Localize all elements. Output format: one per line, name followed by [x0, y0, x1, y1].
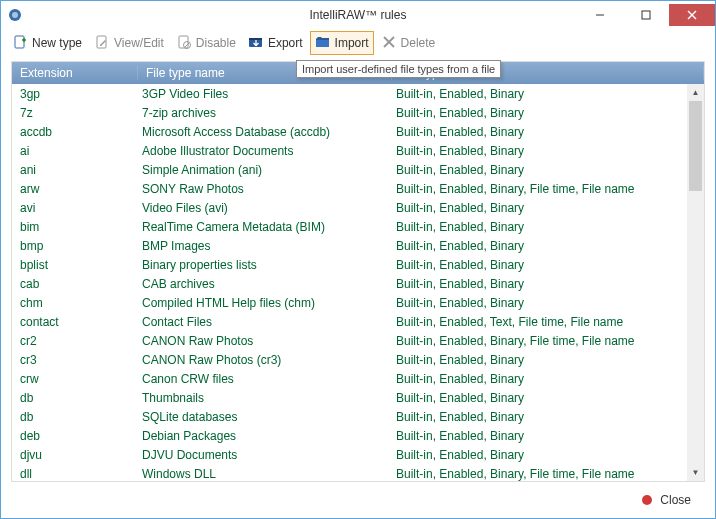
cell-extension: ai	[12, 144, 138, 158]
cell-extension: djvu	[12, 448, 138, 462]
view-edit-icon	[94, 34, 110, 53]
toolbar: New type View/Edit Disable Export Import	[1, 29, 715, 57]
svg-rect-13	[316, 40, 329, 47]
table-row[interactable]: bplistBinary properties listsBuilt-in, E…	[12, 255, 704, 274]
maximize-button[interactable]	[623, 4, 669, 26]
import-icon	[315, 34, 331, 53]
cell-features: Built-in, Enabled, Text, File time, File…	[392, 315, 704, 329]
table-row[interactable]: chmCompiled HTML Help files (chm)Built-i…	[12, 293, 704, 312]
svg-rect-3	[642, 11, 650, 19]
cell-features: Built-in, Enabled, Binary	[392, 296, 704, 310]
cell-name: Debian Packages	[138, 429, 392, 443]
cell-features: Built-in, Enabled, Binary, File time, Fi…	[392, 467, 704, 481]
import-label: Import	[335, 36, 369, 50]
column-header-extension[interactable]: Extension	[12, 66, 138, 80]
scroll-up-button[interactable]: ▲	[687, 84, 704, 101]
cell-name: RealTime Camera Metadata (BIM)	[138, 220, 392, 234]
scroll-thumb[interactable]	[689, 101, 702, 191]
delete-label: Delete	[401, 36, 436, 50]
table-row[interactable]: aviVideo Files (avi)Built-in, Enabled, B…	[12, 198, 704, 217]
cell-extension: db	[12, 410, 138, 424]
new-type-icon	[12, 34, 28, 53]
window: IntelliRAW™ rules New type View/Edit	[0, 0, 716, 519]
table-row[interactable]: bimRealTime Camera Metadata (BIM)Built-i…	[12, 217, 704, 236]
cell-extension: cr2	[12, 334, 138, 348]
svg-rect-12	[249, 38, 262, 40]
table-row[interactable]: djvuDJVU DocumentsBuilt-in, Enabled, Bin…	[12, 445, 704, 464]
table-row[interactable]: dbThumbnailsBuilt-in, Enabled, Binary	[12, 388, 704, 407]
table-row[interactable]: cr2CANON Raw PhotosBuilt-in, Enabled, Bi…	[12, 331, 704, 350]
cell-features: Built-in, Enabled, Binary	[392, 163, 704, 177]
content-area: Extension File type name File type featu…	[1, 57, 715, 518]
cell-features: Built-in, Enabled, Binary	[392, 201, 704, 215]
table-row[interactable]: crwCanon CRW filesBuilt-in, Enabled, Bin…	[12, 369, 704, 388]
cell-features: Built-in, Enabled, Binary	[392, 106, 704, 120]
svg-rect-6	[15, 36, 24, 48]
table-row[interactable]: arwSONY Raw PhotosBuilt-in, Enabled, Bin…	[12, 179, 704, 198]
import-button[interactable]: Import	[310, 31, 374, 55]
table-row[interactable]: bmpBMP ImagesBuilt-in, Enabled, Binary	[12, 236, 704, 255]
new-type-button[interactable]: New type	[7, 31, 87, 55]
table-row[interactable]: aniSimple Animation (ani)Built-in, Enabl…	[12, 160, 704, 179]
cell-features: Built-in, Enabled, Binary	[392, 353, 704, 367]
cell-features: Built-in, Enabled, Binary, File time, Fi…	[392, 334, 704, 348]
table-row[interactable]: 7z7-zip archivesBuilt-in, Enabled, Binar…	[12, 103, 704, 122]
table-row[interactable]: contactContact FilesBuilt-in, Enabled, T…	[12, 312, 704, 331]
scroll-track[interactable]	[687, 101, 704, 464]
app-icon	[7, 7, 23, 23]
cell-features: Built-in, Enabled, Binary	[392, 391, 704, 405]
disable-icon	[176, 34, 192, 53]
cell-name: CANON Raw Photos	[138, 334, 392, 348]
disable-button[interactable]: Disable	[171, 31, 241, 55]
cell-features: Built-in, Enabled, Binary	[392, 277, 704, 291]
cell-name: Video Files (avi)	[138, 201, 392, 215]
cell-name: Thumbnails	[138, 391, 392, 405]
cell-extension: crw	[12, 372, 138, 386]
table-row[interactable]: accdbMicrosoft Access Database (accdb)Bu…	[12, 122, 704, 141]
table-row[interactable]: cr3CANON Raw Photos (cr3)Built-in, Enabl…	[12, 350, 704, 369]
table-row[interactable]: dbSQLite databasesBuilt-in, Enabled, Bin…	[12, 407, 704, 426]
cell-extension: contact	[12, 315, 138, 329]
cell-features: Built-in, Enabled, Binary	[392, 220, 704, 234]
export-label: Export	[268, 36, 303, 50]
export-icon	[248, 34, 264, 53]
close-button[interactable]: Close	[660, 493, 691, 507]
scroll-down-button[interactable]: ▼	[687, 464, 704, 481]
export-button[interactable]: Export	[243, 31, 308, 55]
delete-button[interactable]: Delete	[376, 31, 441, 55]
cell-name: Binary properties lists	[138, 258, 392, 272]
cell-features: Built-in, Enabled, Binary	[392, 429, 704, 443]
cell-extension: ani	[12, 163, 138, 177]
close-window-button[interactable]	[669, 4, 715, 26]
cell-extension: db	[12, 391, 138, 405]
cell-features: Built-in, Enabled, Binary, File time, Fi…	[392, 182, 704, 196]
cell-extension: dll	[12, 467, 138, 481]
cell-name: DJVU Documents	[138, 448, 392, 462]
cell-extension: cab	[12, 277, 138, 291]
cell-name: BMP Images	[138, 239, 392, 253]
cell-extension: 3gp	[12, 87, 138, 101]
cell-name: Contact Files	[138, 315, 392, 329]
table-row[interactable]: 3gp3GP Video FilesBuilt-in, Enabled, Bin…	[12, 84, 704, 103]
import-tooltip: Import user-defined file types from a fi…	[296, 60, 501, 78]
titlebar: IntelliRAW™ rules	[1, 1, 715, 29]
cell-features: Built-in, Enabled, Binary	[392, 87, 704, 101]
cell-name: SONY Raw Photos	[138, 182, 392, 196]
close-icon	[642, 495, 652, 505]
cell-extension: cr3	[12, 353, 138, 367]
cell-extension: bmp	[12, 239, 138, 253]
table-row[interactable]: debDebian PackagesBuilt-in, Enabled, Bin…	[12, 426, 704, 445]
cell-features: Built-in, Enabled, Binary	[392, 372, 704, 386]
cell-name: Microsoft Access Database (accdb)	[138, 125, 392, 139]
table-row[interactable]: aiAdobe Illustrator DocumentsBuilt-in, E…	[12, 141, 704, 160]
cell-extension: arw	[12, 182, 138, 196]
cell-features: Built-in, Enabled, Binary	[392, 144, 704, 158]
cell-name: Windows DLL	[138, 467, 392, 481]
table-row[interactable]: dllWindows DLLBuilt-in, Enabled, Binary,…	[12, 464, 704, 481]
view-edit-button[interactable]: View/Edit	[89, 31, 169, 55]
cell-name: Simple Animation (ani)	[138, 163, 392, 177]
delete-icon	[381, 34, 397, 53]
table-row[interactable]: cabCAB archivesBuilt-in, Enabled, Binary	[12, 274, 704, 293]
vertical-scrollbar[interactable]: ▲ ▼	[687, 84, 704, 481]
minimize-button[interactable]	[577, 4, 623, 26]
